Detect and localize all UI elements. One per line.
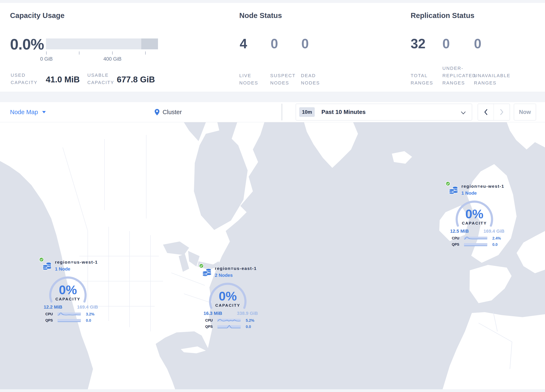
capacity-used-value: 12.2 MiB — [44, 305, 62, 310]
cpu-value: 2.4% — [492, 236, 501, 241]
view-selector-dropdown[interactable]: Node Map — [10, 102, 46, 122]
capacity-axis-tick — [46, 51, 47, 55]
cpu-label: CPU — [205, 318, 217, 323]
qps-sparkline — [57, 318, 81, 323]
capacity-gauge-percent: 0% — [39, 283, 97, 297]
unavailable-ranges-value: 0 — [474, 36, 482, 51]
breadcrumb[interactable]: Cluster — [155, 102, 182, 122]
cpu-label: CPU — [452, 236, 464, 240]
cpu-sparkline — [464, 236, 487, 240]
capacity-used-value: 12.5 MiB — [450, 229, 469, 234]
time-range-badge: 10m — [299, 107, 315, 117]
under-replicated-ranges-label: UNDER- REPLICATED RANGES — [442, 65, 476, 87]
region-marker-us-west-1[interactable]: region=us-west-1 1 Node 0% CAPACITY 12.2… — [39, 257, 100, 324]
capacity-gauge-label: CAPACITY — [199, 303, 257, 308]
under-replicated-ranges-value: 0 — [442, 36, 450, 51]
live-nodes-label: LIVE NODES — [239, 72, 258, 87]
capacity-axis-label-0: 0 GiB — [36, 56, 57, 62]
capacity-gauge-label: CAPACITY — [446, 221, 503, 226]
time-window-arrows — [478, 104, 510, 120]
region-label: region=us-west-1 — [55, 260, 98, 265]
map-toolbar: Node Map Cluster 10m Past 10 Minutes — [0, 102, 545, 122]
qps-sparkline — [217, 325, 241, 329]
cpu-value: 3.2% — [86, 312, 94, 317]
dead-nodes-value: 0 — [301, 36, 309, 51]
map-pin-icon — [155, 109, 160, 115]
database-stack-icon — [449, 185, 459, 195]
region-marker-us-east-1[interactable]: region=us-east-1 2 Nodes 0% CAPACITY 16.… — [199, 263, 260, 330]
cpu-sparkline — [57, 312, 81, 316]
capacity-axis-label-400: 400 GiB — [100, 56, 125, 62]
cpu-label: CPU — [45, 312, 57, 316]
capacity-usage-bar — [46, 38, 158, 49]
next-time-window-button[interactable] — [494, 104, 510, 120]
time-range-label: Past 10 Minutes — [321, 109, 366, 115]
now-button[interactable]: Now — [514, 104, 536, 120]
database-stack-icon — [202, 267, 212, 277]
used-capacity-value: 41.0 MiB — [46, 75, 80, 84]
capacity-gauge-percent: 0% — [199, 289, 257, 303]
chevron-down-icon — [461, 112, 466, 114]
previous-time-window-button[interactable] — [478, 104, 494, 120]
usable-capacity-label: USABLE CAPACITY — [87, 71, 114, 86]
qps-sparkline — [464, 243, 487, 247]
time-range-dropdown[interactable]: 10m Past 10 Minutes — [296, 104, 472, 120]
used-capacity-label: USED CAPACITY — [11, 71, 37, 86]
capacity-gauge-percent: 0% — [446, 207, 503, 221]
node-status-title: Node Status — [239, 11, 282, 20]
caret-down-icon — [42, 111, 46, 113]
qps-value: 0.0 — [492, 243, 498, 247]
capacity-axis-tick — [79, 51, 79, 55]
capacity-bar-end-segment — [141, 38, 158, 49]
capacity-total-value: 169.4 GiB — [483, 229, 504, 234]
capacity-axis-tick — [145, 51, 146, 55]
dead-nodes-label: DEAD NODES — [301, 72, 320, 87]
total-ranges-value: 32 — [411, 36, 426, 51]
database-stack-icon — [42, 261, 52, 271]
total-ranges-label: TOTAL RANGES — [411, 72, 433, 87]
live-nodes-value: 4 — [240, 36, 247, 51]
capacity-gauge-label: CAPACITY — [39, 297, 97, 301]
capacity-total-value: 338.9 GiB — [237, 311, 258, 316]
qps-label: QPS — [205, 325, 217, 329]
capacity-used-value: 16.3 MiB — [204, 311, 222, 316]
qps-label: QPS — [452, 243, 464, 247]
cluster-summary-panel: Capacity Usage 0.0% 0 GiB 400 GiB USED C… — [0, 3, 545, 92]
node-map[interactable]: region=us-west-1 1 Node 0% CAPACITY 12.2… — [0, 122, 545, 389]
qps-value: 0.0 — [246, 325, 251, 329]
capacity-axis-tick — [112, 51, 113, 55]
qps-value: 0.0 — [86, 318, 91, 323]
breadcrumb-label: Cluster — [163, 109, 182, 116]
node-count-link[interactable]: 1 Node — [461, 190, 504, 196]
view-selector-label: Node Map — [10, 109, 38, 116]
replication-status-title: Replication Status — [411, 11, 474, 20]
node-count-link[interactable]: 2 Nodes — [215, 273, 257, 278]
suspect-nodes-label: SUSPECT NODES — [270, 72, 296, 87]
qps-label: QPS — [45, 318, 57, 323]
toolbar-divider — [282, 104, 282, 120]
region-label: region=eu-west-1 — [461, 184, 504, 189]
capacity-usage-title: Capacity Usage — [10, 11, 65, 20]
usable-capacity-value: 677.8 GiB — [117, 75, 155, 84]
cpu-value: 5.2% — [246, 318, 254, 323]
capacity-total-value: 169.4 GiB — [77, 305, 98, 310]
region-marker-eu-west-1[interactable]: region=eu-west-1 1 Node 0% CAPACITY 12.5… — [446, 181, 506, 248]
chevron-right-icon — [500, 109, 504, 115]
node-map-page: Capacity Usage 0.0% 0 GiB 400 GiB USED C… — [0, 0, 545, 392]
world-map-graphic — [0, 122, 545, 389]
suspect-nodes-value: 0 — [271, 36, 278, 51]
capacity-used-percent: 0.0% — [10, 36, 44, 53]
cpu-sparkline — [217, 318, 241, 323]
chevron-left-icon — [484, 109, 488, 115]
region-label: region=us-east-1 — [215, 266, 257, 271]
unavailable-ranges-label: UNAVAILABLE RANGES — [474, 72, 511, 87]
node-count-link[interactable]: 1 Node — [55, 266, 98, 272]
